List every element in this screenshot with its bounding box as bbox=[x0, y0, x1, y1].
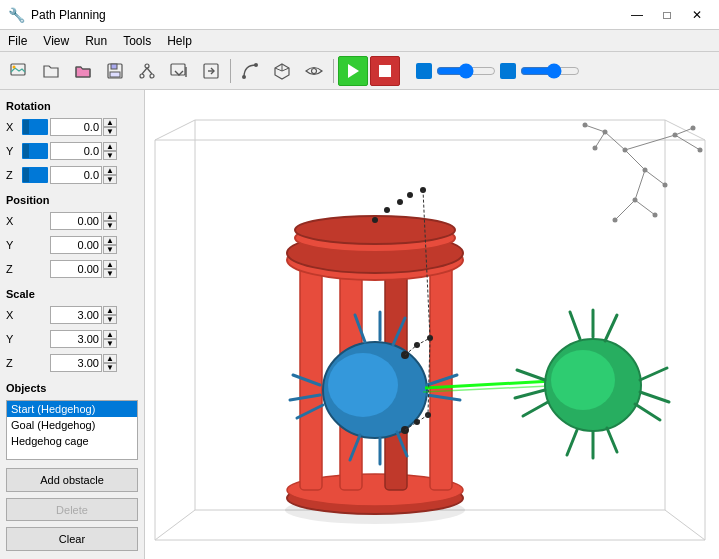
scale-z-up[interactable]: ▲ bbox=[103, 354, 117, 363]
rotation-y-input[interactable] bbox=[50, 142, 102, 160]
svg-point-48 bbox=[328, 353, 398, 417]
svg-point-7 bbox=[150, 74, 154, 78]
position-y-down[interactable]: ▼ bbox=[103, 245, 117, 254]
objects-label: Objects bbox=[6, 382, 138, 394]
position-x-up[interactable]: ▲ bbox=[103, 212, 117, 221]
position-z-down[interactable]: ▼ bbox=[103, 269, 117, 278]
svg-point-6 bbox=[140, 74, 144, 78]
svg-point-102 bbox=[633, 198, 638, 203]
title-bar: 🔧 Path Planning — □ ✕ bbox=[0, 0, 719, 30]
rotation-y-slider[interactable] bbox=[22, 143, 48, 159]
position-x-input[interactable] bbox=[50, 212, 102, 230]
svg-point-105 bbox=[698, 148, 703, 153]
menu-run[interactable]: Run bbox=[77, 30, 115, 51]
svg-point-103 bbox=[653, 213, 658, 218]
viewport[interactable] bbox=[145, 90, 719, 559]
scale-z-input[interactable] bbox=[50, 354, 102, 372]
svg-point-63 bbox=[414, 419, 420, 425]
svg-point-101 bbox=[663, 183, 668, 188]
scale-y-label: Y bbox=[6, 333, 22, 345]
rotation-y-up[interactable]: ▲ bbox=[103, 142, 117, 151]
scale-y-down[interactable]: ▼ bbox=[103, 339, 117, 348]
toolbar-open-folder[interactable] bbox=[68, 56, 98, 86]
rotation-y-spin: ▲ ▼ bbox=[103, 142, 117, 160]
toolbar-open-image[interactable] bbox=[4, 56, 34, 86]
objects-list-item-goal[interactable]: Goal (Hedgehog) bbox=[7, 417, 137, 433]
scale-y-input[interactable] bbox=[50, 330, 102, 348]
svg-line-19 bbox=[275, 68, 282, 71]
window-title: Path Planning bbox=[31, 8, 623, 22]
svg-point-20 bbox=[312, 68, 317, 73]
svg-rect-42 bbox=[430, 255, 452, 490]
toolbar-view-eye[interactable] bbox=[299, 56, 329, 86]
position-z-up[interactable]: ▲ bbox=[103, 260, 117, 269]
menu-help[interactable]: Help bbox=[159, 30, 200, 51]
minimize-button[interactable]: — bbox=[623, 5, 651, 25]
toolbar-slider-1[interactable] bbox=[436, 63, 496, 79]
svg-point-104 bbox=[613, 218, 618, 223]
scene-svg bbox=[145, 90, 719, 559]
toolbar bbox=[0, 52, 719, 90]
toolbar-cube-view[interactable] bbox=[267, 56, 297, 86]
svg-point-106 bbox=[691, 126, 696, 131]
scale-z-row: Z ▲ ▼ bbox=[6, 354, 138, 372]
toolbar-play[interactable] bbox=[338, 56, 368, 86]
objects-list-item-cage[interactable]: Hedgehog cage bbox=[7, 433, 137, 449]
scale-label: Scale bbox=[6, 288, 138, 300]
toolbar-stop[interactable] bbox=[370, 56, 400, 86]
rotation-x-up[interactable]: ▲ bbox=[103, 118, 117, 127]
rotation-z-input[interactable] bbox=[50, 166, 102, 184]
position-x-spin: ▲ ▼ bbox=[103, 212, 117, 230]
position-y-row: Y ▲ ▼ bbox=[6, 236, 138, 254]
svg-point-68 bbox=[372, 217, 378, 223]
rotation-z-slider[interactable] bbox=[22, 167, 48, 183]
menu-file[interactable]: File bbox=[0, 30, 35, 51]
position-y-up[interactable]: ▲ bbox=[103, 236, 117, 245]
toolbar-open-file[interactable] bbox=[36, 56, 66, 86]
svg-point-108 bbox=[583, 123, 588, 128]
clear-button[interactable]: Clear bbox=[6, 527, 138, 551]
position-x-down[interactable]: ▼ bbox=[103, 221, 117, 230]
slider-block-1 bbox=[416, 63, 432, 79]
toolbar-network[interactable] bbox=[132, 56, 162, 86]
toolbar-path-tool[interactable] bbox=[235, 56, 265, 86]
delete-button[interactable]: Delete bbox=[6, 498, 138, 522]
position-y-input[interactable] bbox=[50, 236, 102, 254]
svg-point-69 bbox=[384, 207, 390, 213]
menu-tools[interactable]: Tools bbox=[115, 30, 159, 51]
maximize-button[interactable]: □ bbox=[653, 5, 681, 25]
add-obstacle-button[interactable]: Add obstacle bbox=[6, 468, 138, 492]
svg-point-1 bbox=[13, 65, 16, 68]
objects-list-item-start[interactable]: Start (Hedgehog) bbox=[7, 401, 137, 417]
objects-list[interactable]: Start (Hedgehog) Goal (Hedgehog) Hedgeho… bbox=[6, 400, 138, 460]
toolbar-import[interactable] bbox=[164, 56, 194, 86]
toolbar-save[interactable] bbox=[100, 56, 130, 86]
window-controls: — □ ✕ bbox=[623, 5, 711, 25]
separator-2 bbox=[333, 59, 334, 83]
close-button[interactable]: ✕ bbox=[683, 5, 711, 25]
position-z-input[interactable] bbox=[50, 260, 102, 278]
svg-rect-3 bbox=[111, 64, 117, 69]
scale-y-row: Y ▲ ▼ bbox=[6, 330, 138, 348]
toolbar-slider-2[interactable] bbox=[520, 63, 580, 79]
scale-z-down[interactable]: ▼ bbox=[103, 363, 117, 372]
toolbar-export[interactable] bbox=[196, 56, 226, 86]
scale-x-up[interactable]: ▲ bbox=[103, 306, 117, 315]
svg-point-70 bbox=[397, 199, 403, 205]
rotation-z-up[interactable]: ▲ bbox=[103, 166, 117, 175]
rotation-x-input[interactable] bbox=[50, 118, 102, 136]
svg-point-5 bbox=[145, 64, 149, 68]
scale-y-up[interactable]: ▲ bbox=[103, 330, 117, 339]
scale-y-spin: ▲ ▼ bbox=[103, 330, 117, 348]
rotation-x-slider[interactable] bbox=[22, 119, 48, 135]
menu-view[interactable]: View bbox=[35, 30, 77, 51]
toolbar-slider-area bbox=[416, 63, 580, 79]
svg-rect-22 bbox=[379, 65, 391, 77]
rotation-z-down[interactable]: ▼ bbox=[103, 175, 117, 184]
scale-x-input[interactable] bbox=[50, 306, 102, 324]
rotation-y-down[interactable]: ▼ bbox=[103, 151, 117, 160]
rotation-x-down[interactable]: ▼ bbox=[103, 127, 117, 136]
svg-line-8 bbox=[142, 68, 147, 74]
scale-x-down[interactable]: ▼ bbox=[103, 315, 117, 324]
svg-point-109 bbox=[593, 146, 598, 151]
